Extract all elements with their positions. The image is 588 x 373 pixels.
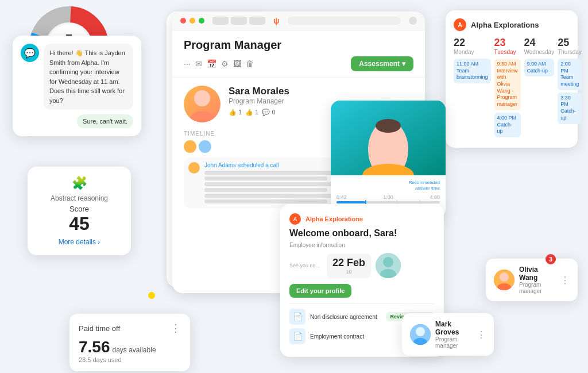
t-avatar-1 <box>184 140 196 153</box>
toolbar-settings-icon[interactable]: ⚙ <box>221 59 229 68</box>
event-avatar <box>188 162 200 174</box>
toolbar-email-icon[interactable]: ✉ <box>195 59 202 68</box>
main-search-bar[interactable] <box>288 17 401 25</box>
toolbar-delete-icon[interactable]: 🗑 <box>246 59 254 68</box>
svg-point-7 <box>194 90 210 106</box>
cal-event-1: 11:00 AMTeam brainstorming <box>454 59 491 83</box>
cal-day-name-25: Thursday <box>558 49 582 55</box>
onboard-logo: A <box>289 213 301 225</box>
traffic-yellow <box>189 18 195 24</box>
calendar-card: A Alpha Explorations 22 Monday 11:00 AMT… <box>446 10 578 148</box>
pto-days-value: 7.56 <box>79 338 110 356</box>
onboard-date-box: 22 Feb 10 <box>327 253 371 278</box>
pto-header: Paid time off ⋮ <box>79 322 181 334</box>
onboard-figure <box>376 253 401 278</box>
cal-day-name-23: Tuesday <box>494 49 521 55</box>
chat-bot-icon: 💬 <box>21 44 39 62</box>
chat-message: Hi there! 👋 This is Jayden Smith from Al… <box>44 44 133 110</box>
video-time-end: 4:00 <box>430 194 440 200</box>
topbar: ψ <box>172 11 425 30</box>
cal-event-5: 2:00 PMTeam meeting <box>558 59 582 90</box>
video-time-start: 0:42 <box>336 194 347 200</box>
person-avatar <box>184 86 220 122</box>
olivia-info: Olivia Wang Program manager <box>519 266 556 294</box>
edit-profile-button[interactable]: Edit your profile <box>289 284 351 298</box>
onboard-header: A Alpha Explorations <box>289 213 435 225</box>
mark-profile: Mark Groves Program manager ⋮ <box>410 320 486 349</box>
chat-reply: Sure, can't wait. <box>77 114 133 128</box>
video-person-svg <box>331 101 446 175</box>
cal-day-num-22: 22 <box>454 37 491 49</box>
svg-point-21 <box>416 327 425 336</box>
reaction-1: 👍 1 <box>229 109 242 116</box>
event-line-2 <box>204 176 327 180</box>
chevron-down-icon: ▾ <box>402 60 405 68</box>
cal-day-num-23: 23 <box>494 37 521 49</box>
video-progress-fill <box>336 201 365 203</box>
cal-grid: 22 Monday 11:00 AMTeam brainstorming 23 … <box>454 37 570 140</box>
cal-event-2: 9:30 AMInterview with Olivia Wang - Prog… <box>494 59 521 110</box>
video-card: Recommendedanswer time 0:42 1:00 4:00 RE… <box>331 101 446 218</box>
doc-label-2: Employment contract <box>310 333 399 340</box>
pto-menu-icon[interactable]: ⋮ <box>171 322 181 334</box>
reasoning-score-label: Score <box>37 205 122 213</box>
doc-label-1: Non disclosure agreement <box>310 314 381 320</box>
main-page-title: Program Manager <box>172 30 425 56</box>
doc-icon-2: 📄 <box>289 328 305 344</box>
cal-day-23: 23 Tuesday 9:30 AMInterview with Olivia … <box>494 37 521 140</box>
reasoning-score-value: 45 <box>37 213 122 234</box>
event-line-6 <box>204 199 327 203</box>
pto-title: Paid time off <box>79 324 120 333</box>
main-logo: ψ <box>273 16 280 25</box>
toolbar-calendar-icon[interactable]: 📅 <box>207 59 216 68</box>
cal-company: Alpha Explorations <box>471 21 539 29</box>
nav-btn-1[interactable] <box>212 17 229 25</box>
svg-point-13 <box>376 119 401 133</box>
mark-menu-icon[interactable]: ⋮ <box>477 329 486 340</box>
cal-header: A Alpha Explorations <box>454 18 570 31</box>
cal-day-24: 24 Wednesday 9:00 AMCatch-up <box>524 37 555 140</box>
mark-info: Mark Groves Program manager <box>435 320 472 349</box>
cal-event-6: 3:30 PMCatch-up <box>558 93 582 124</box>
traffic-red <box>180 18 186 24</box>
reaction-3: 💬 0 <box>262 109 275 116</box>
olivia-name: Olivia Wang <box>519 266 556 282</box>
onboard-date-num: 22 Feb <box>332 257 365 269</box>
person-name: Sara Morales <box>229 86 413 97</box>
onboard-company: Alpha Explorations <box>305 216 363 222</box>
pto-days-used: 23.5 days used <box>79 356 181 363</box>
reasoning-icon: 🧩 <box>37 176 122 191</box>
cal-logo: A <box>454 18 466 31</box>
nav-btn-2[interactable] <box>231 17 247 25</box>
onboard-day-num: 10 <box>332 269 365 275</box>
video-person-bg <box>331 101 446 175</box>
svg-point-8 <box>189 111 215 122</box>
olivia-card: Olivia Wang Program manager ⋮ 3 <box>486 259 578 301</box>
chat-header: 💬 Hi there! 👋 This is Jayden Smith from … <box>21 44 133 110</box>
cal-day-25: 25 Thursday 2:00 PMTeam meeting 3:30 PMC… <box>558 37 582 140</box>
event-line-4 <box>204 188 327 192</box>
nav-buttons <box>212 17 265 25</box>
main-toolbar: ··· ✉ 📅 ⚙ 🖼 🗑 Assessment ▾ <box>172 56 425 78</box>
olivia-avatar <box>494 270 514 290</box>
toolbar-more-icon[interactable]: ··· <box>184 59 191 68</box>
chat-card: 💬 Hi there! 👋 This is Jayden Smith from … <box>13 36 141 136</box>
topbar-circle-btn[interactable] <box>409 17 417 25</box>
olivia-profile: Olivia Wang Program manager ⋮ <box>494 266 570 294</box>
cal-event-3: 4:00 PMCatch-up <box>494 113 521 137</box>
toolbar-image-icon[interactable]: 🖼 <box>233 59 241 68</box>
nav-btn-3[interactable] <box>249 17 265 25</box>
recommended-label: Recommendedanswer time <box>336 180 440 192</box>
cal-day-name-22: Monday <box>454 49 491 55</box>
olivia-menu-icon[interactable]: ⋮ <box>560 275 570 286</box>
reasoning-more-link[interactable]: More details › <box>37 238 122 246</box>
video-progress-bar[interactable] <box>336 201 440 203</box>
mark-role: Program manager <box>435 336 472 349</box>
cal-day-22: 22 Monday 11:00 AMTeam brainstorming <box>454 37 491 140</box>
assessment-button[interactable]: Assessment ▾ <box>351 56 413 71</box>
reasoning-card: 🧩 Abstract reasoning Score 45 More detai… <box>28 167 131 255</box>
pto-days-label: days available <box>113 346 156 354</box>
mark-name: Mark Groves <box>435 320 472 336</box>
olivia-badge: 3 <box>546 254 556 264</box>
decorative-dot-yellow <box>148 292 155 299</box>
